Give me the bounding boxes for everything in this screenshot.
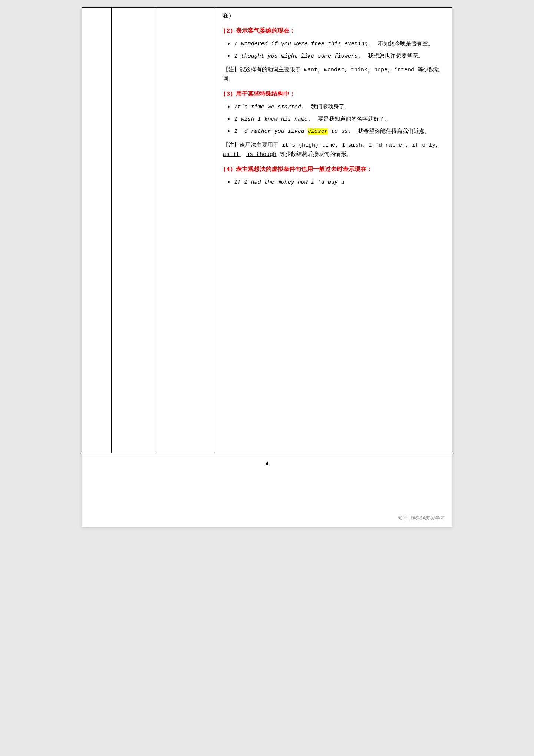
note-text-mid5: , [240,151,246,158]
bullet-dot: • [227,39,231,49]
note-underline-5: as if [223,151,240,158]
bullet-chinese: 我希望你能住得离我们近点。 [358,128,430,135]
bullet-dot: • [227,52,231,62]
bullet-item: • If I had the money now I 'd buy a [227,178,445,188]
note-text-start: 【注】该用法主要用于 [223,142,282,148]
bullet-text: It's time we started. 我们该动身了。 [234,102,350,112]
note-underline-4: if only [412,142,435,148]
bullet-item: • It's time we started. 我们该动身了。 [227,102,445,112]
bullet-item: • I wish I knew his name. 要是我知道他的名字就好了。 [227,115,445,125]
note-text-mid2: , [362,142,369,148]
bullet-item: • I 'd rather you lived closer to us. 我希… [227,127,445,137]
bullet-english: I thought you might like some flowers. [234,53,361,59]
main-table: 在） (2）表示客气委婉的现在： • I wondered if you wer… [82,7,452,453]
highlighted-word: closer [308,128,328,135]
note-text-mid4: , [435,142,439,148]
column-1 [82,8,112,453]
bullet-text: I 'd rather you lived closer to us. 我希望你… [234,127,430,137]
column-2 [112,8,156,453]
bullet-text: If I had the money now I 'd buy a [234,178,345,187]
section-2-heading: (2）表示客气委婉的现在： [223,26,445,36]
note-underline-1: it's (high) time [282,142,335,148]
bullet-text: I wish I knew his name. 要是我知道他的名字就好了。 [234,115,390,124]
bullet-item: • I wondered if you were free this eveni… [227,39,445,49]
bullet-english: If I had the money now I 'd buy a [234,179,345,186]
page-number: 4 [82,457,452,471]
bullet-chinese: 我想您也许想要些花。 [368,53,423,59]
note-text-mid3: , [405,142,412,148]
bullet-english-part1: I 'd rather you lived [234,128,308,135]
note-block-3: 【注】该用法主要用于 it's (high) time, I wish, I '… [223,141,445,160]
section-4-heading: (4）表主观想法的虚拟条件句也用一般过去时表示现在： [223,165,445,175]
column-3 [156,8,215,453]
bullet-dot: • [227,127,231,137]
bullet-chinese: 要是我知道他的名字就好了。 [318,116,390,122]
bullet-english-part2: to us. [328,128,351,135]
top-note: 在） [223,12,445,21]
bullet-chinese: 不知您今晚是否有空。 [378,41,434,47]
note-text-end: 等少数结构后接从句的情形。 [276,151,352,158]
bullet-english: I wondered if you were free this evening… [234,41,371,47]
note-block-2: 【注】能这样有的动词主要限于 want, wonder, think, hope… [223,65,445,84]
bullet-dot: • [227,102,231,112]
bullet-english: I wish I knew his name. [234,116,311,122]
section-3-heading: (3）用于某些特殊结构中： [223,89,445,99]
bullet-text: I wondered if you were free this evening… [234,39,434,49]
note-underline-3: I 'd rather [369,142,405,148]
main-content-cell: 在） (2）表示客气委婉的现在： • I wondered if you wer… [215,8,452,453]
watermark: 知乎 @够啦A梦爱学习 [398,515,445,521]
page: 在） (2）表示客气委婉的现在： • I wondered if you wer… [82,7,452,527]
note-underline-2: I wish [342,142,362,148]
bullet-dot: • [227,178,231,188]
note-underline-6: as though [246,151,276,158]
bullet-text: I thought you might like some flowers. 我… [234,52,423,61]
bullet-item: • I thought you might like some flowers.… [227,52,445,62]
bullet-dot: • [227,115,231,125]
bullet-english: It's time we started. [234,104,304,110]
content-area: 在） (2）表示客气委婉的现在： • I wondered if you wer… [223,12,445,188]
note-text-mid1: , [335,142,342,148]
bullet-chinese: 我们该动身了。 [311,104,350,110]
